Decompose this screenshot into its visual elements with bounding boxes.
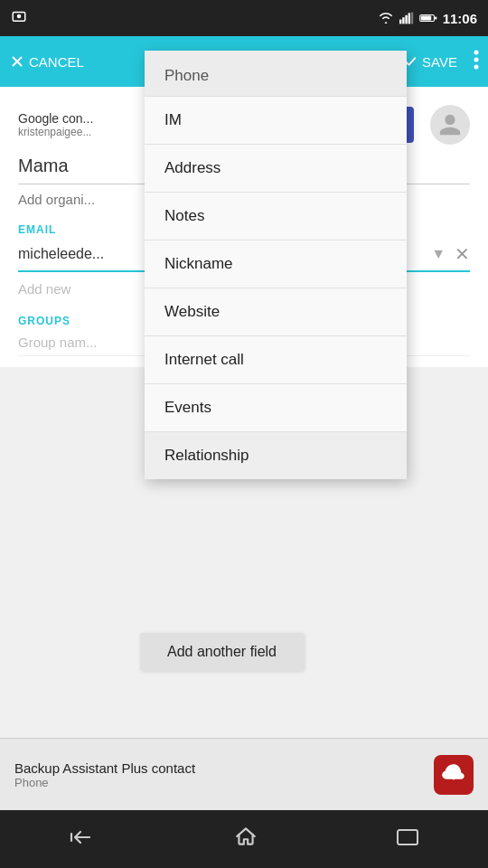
backup-bar: Backup Assistant Plus contact Phone [0, 738, 488, 810]
dropdown-item-events[interactable]: Events [145, 384, 407, 432]
status-time: 11:06 [443, 11, 477, 26]
status-icon-photo [11, 8, 27, 28]
remove-email-button[interactable]: ✕ [455, 243, 470, 265]
dropdown-item-address[interactable]: Address [145, 145, 407, 193]
more-icon [474, 50, 479, 70]
svg-rect-4 [405, 15, 407, 24]
dropdown-item-internet-call[interactable]: Internet call [145, 336, 407, 384]
recents-icon [396, 827, 419, 847]
backup-info: Backup Assistant Plus contact Phone [14, 760, 421, 789]
add-new-label: Add new [18, 281, 70, 297]
backup-icon [434, 755, 474, 795]
dropdown-top-item[interactable]: Phone [145, 51, 407, 97]
save-label: SAVE [422, 54, 457, 70]
svg-point-12 [474, 64, 479, 69]
wifi-icon [378, 12, 394, 24]
avatar [430, 105, 470, 145]
cancel-label: CANCEL [29, 54, 84, 70]
svg-point-11 [474, 57, 479, 61]
backup-title: Backup Assistant Plus contact [14, 760, 421, 776]
status-bar: 11:06 [0, 0, 488, 36]
svg-rect-8 [420, 16, 430, 21]
svg-point-10 [474, 50, 479, 54]
close-icon [9, 53, 25, 70]
more-options-button[interactable] [474, 50, 479, 74]
home-icon [234, 825, 258, 848]
recents-button[interactable] [396, 826, 419, 854]
back-button[interactable] [69, 826, 96, 854]
backup-sub: Phone [14, 776, 421, 789]
dropdown-item-im[interactable]: IM [145, 97, 407, 145]
svg-rect-2 [399, 20, 401, 24]
home-button[interactable] [234, 825, 258, 854]
status-icons: 11:06 [378, 11, 477, 26]
svg-rect-5 [408, 13, 409, 24]
svg-point-1 [17, 14, 22, 19]
dropdown-item-relationship[interactable]: Relationship [145, 432, 407, 479]
svg-rect-6 [410, 13, 412, 24]
bottom-nav [0, 810, 488, 868]
cancel-button[interactable]: CANCEL [9, 53, 84, 70]
svg-rect-9 [435, 17, 436, 20]
battery-icon [419, 13, 437, 24]
svg-rect-13 [398, 830, 418, 844]
expand-icon[interactable]: ▼ [431, 246, 446, 262]
dropdown-item-notes[interactable]: Notes [145, 193, 407, 241]
back-icon [69, 827, 96, 847]
dropdown-item-nickname[interactable]: Nickname [145, 241, 407, 288]
add-another-field-button[interactable]: Add another field [140, 633, 304, 671]
svg-rect-3 [402, 17, 404, 24]
save-button[interactable]: SAVE [402, 53, 457, 70]
dropdown-item-website[interactable]: Website [145, 288, 407, 336]
field-type-dropdown: Phone IM Address Notes Nickname Website … [145, 51, 407, 479]
signal-icon [399, 12, 414, 24]
